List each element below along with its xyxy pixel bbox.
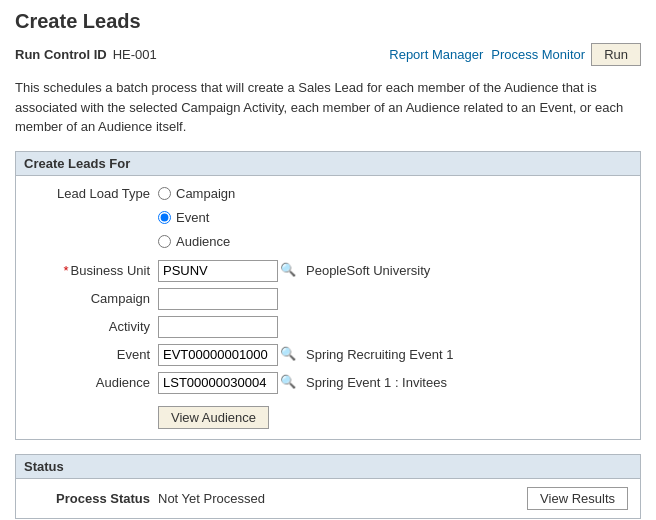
process-status-label: Process Status: [28, 491, 158, 506]
run-control-value: HE-001: [113, 47, 157, 62]
create-leads-section: Create Leads For Lead Load Type Campaign…: [15, 151, 641, 440]
status-section: Status Process Status Not Yet Processed …: [15, 454, 641, 519]
radio-campaign-label: Campaign: [176, 186, 235, 201]
run-control-label: Run Control ID: [15, 47, 107, 62]
radio-audience[interactable]: [158, 235, 171, 248]
campaign-input[interactable]: [158, 288, 278, 310]
page-wrapper: Create Leads Run Control ID HE-001 Repor…: [0, 0, 656, 520]
nav-links: Report Manager Process Monitor: [389, 47, 585, 62]
create-leads-header: Create Leads For: [16, 152, 640, 176]
radio-campaign[interactable]: [158, 187, 171, 200]
campaign-row: Campaign: [28, 288, 628, 310]
event-search-icon[interactable]: 🔍: [280, 346, 298, 364]
process-monitor-link[interactable]: Process Monitor: [491, 47, 585, 62]
event-input[interactable]: [158, 344, 278, 366]
audience-input[interactable]: [158, 372, 278, 394]
status-row: Process Status Not Yet Processed View Re…: [16, 479, 640, 518]
lead-load-type-row: Lead Load Type Campaign Event Audience: [28, 186, 628, 254]
business-unit-desc: PeopleSoft University: [306, 263, 430, 278]
event-desc: Spring Recruiting Event 1: [306, 347, 453, 362]
report-manager-link[interactable]: Report Manager: [389, 47, 483, 62]
audience-row: Audience 🔍 Spring Event 1 : Invitees: [28, 372, 628, 394]
activity-row: Activity: [28, 316, 628, 338]
business-unit-input[interactable]: [158, 260, 278, 282]
business-unit-row: Business Unit 🔍 PeopleSoft University: [28, 260, 628, 282]
radio-event-label: Event: [176, 210, 209, 225]
page-title: Create Leads: [15, 10, 641, 33]
run-button[interactable]: Run: [591, 43, 641, 66]
audience-label: Audience: [28, 375, 158, 390]
radio-options: Campaign Event Audience: [158, 186, 235, 254]
radio-campaign-row[interactable]: Campaign: [158, 186, 235, 201]
activity-label: Activity: [28, 319, 158, 334]
business-unit-label: Business Unit: [28, 263, 158, 278]
activity-input[interactable]: [158, 316, 278, 338]
view-results-button[interactable]: View Results: [527, 487, 628, 510]
business-unit-search-icon[interactable]: 🔍: [280, 262, 298, 280]
event-label: Event: [28, 347, 158, 362]
campaign-label: Campaign: [28, 291, 158, 306]
view-audience-button[interactable]: View Audience: [158, 406, 269, 429]
lead-load-type-label: Lead Load Type: [28, 186, 158, 201]
process-status-value: Not Yet Processed: [158, 491, 527, 506]
radio-audience-label: Audience: [176, 234, 230, 249]
create-leads-content: Lead Load Type Campaign Event Audience: [16, 176, 640, 439]
radio-event[interactable]: [158, 211, 171, 224]
audience-search-icon[interactable]: 🔍: [280, 374, 298, 392]
page-description: This schedules a batch process that will…: [15, 78, 641, 137]
radio-audience-row[interactable]: Audience: [158, 234, 235, 249]
event-row: Event 🔍 Spring Recruiting Event 1: [28, 344, 628, 366]
view-audience-wrapper: View Audience: [28, 400, 628, 429]
status-header: Status: [16, 455, 640, 479]
audience-desc: Spring Event 1 : Invitees: [306, 375, 447, 390]
run-control-bar: Run Control ID HE-001 Report Manager Pro…: [15, 43, 641, 66]
radio-event-row[interactable]: Event: [158, 210, 235, 225]
